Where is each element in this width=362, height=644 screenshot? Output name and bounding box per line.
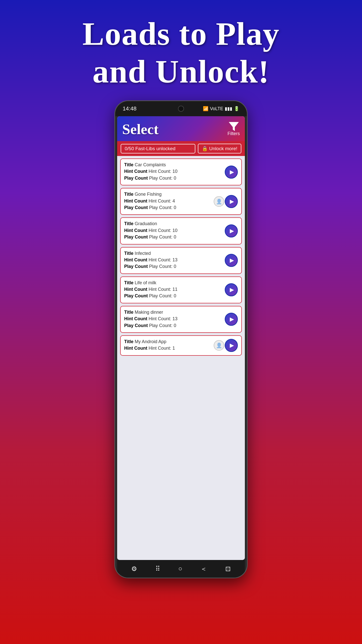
play-icon: ▶ — [230, 316, 234, 323]
menu-nav-icon[interactable]: ⊡ — [225, 565, 231, 573]
play-row: Play Count Play Count: 0 — [124, 323, 222, 329]
title-row: Title Making dinner — [124, 309, 222, 315]
list-item: Title Life of milk Hint Count Hint Count… — [120, 276, 242, 303]
play-row: Play Count Play Count: 0 — [124, 234, 222, 240]
play-row: Play Count Play Count: 0 — [124, 293, 222, 299]
filter-button[interactable]: Filters — [228, 122, 240, 136]
hint-label: Hint Count — [124, 316, 149, 321]
hint-row: Hint Count Hint Count: 10 — [124, 228, 222, 233]
title-label: Title — [124, 339, 135, 344]
hint-label: Hint Count — [124, 169, 149, 174]
list-item-content: Title My Android App Hint Count Hint Cou… — [124, 339, 222, 352]
user-created-badge: 👤 — [214, 196, 224, 207]
hint-row: Hint Count Hint Count: 1 — [124, 345, 222, 351]
unlock-bar: 0/50 Fast-Libs unlocked 🔒 Unlock more! — [117, 141, 245, 156]
play-button[interactable]: ▶ — [225, 224, 238, 237]
hint-label: Hint Count — [124, 287, 149, 292]
hint-value: Hint Count: 13 — [149, 257, 177, 262]
hint-value: Hint Count: 10 — [149, 228, 177, 233]
play-value: Play Count: 0 — [149, 234, 176, 239]
play-row: Play Count Play Count: 0 — [124, 264, 222, 269]
forward-nav-icon[interactable]: ＜ — [200, 565, 207, 573]
title-row: Title Graduation — [124, 221, 222, 227]
back-nav-icon[interactable]: ⚙ — [131, 565, 137, 573]
hint-label: Hint Count — [124, 198, 149, 204]
user-created-icon: 👤 — [214, 340, 224, 351]
list-item-content: Title Car Complaints Hint Count Hint Cou… — [124, 162, 222, 182]
title-value: Car Complaints — [135, 162, 166, 167]
list-item-content: Title Gone Fishing Hint Count Hint Count… — [124, 191, 222, 211]
hint-value: Hint Count: 1 — [149, 346, 175, 351]
phone-nav-bar: ⚙ ⠿ ○ ＜ ⊡ — [117, 560, 245, 578]
title-row: Title Life of milk — [124, 280, 222, 286]
title-label: Title — [124, 221, 135, 226]
play-button[interactable]: ▶ — [225, 254, 238, 267]
filter-label: Filters — [228, 131, 240, 136]
title-value: Gone Fishing — [135, 192, 162, 197]
play-row: Play Count Play Count: 0 — [124, 175, 222, 181]
play-value: Play Count: 0 — [149, 176, 176, 181]
list-item: Title Gone Fishing Hint Count Hint Count… — [120, 188, 242, 215]
unlock-more-button[interactable]: 🔒 Unlock more! — [198, 144, 241, 153]
play-button[interactable]: ▶ — [225, 339, 238, 352]
user-created-icon: 👤 — [214, 196, 224, 207]
home-nav-icon[interactable]: ⠿ — [155, 565, 160, 573]
title-row: Title Car Complaints — [124, 162, 222, 168]
hint-label: Hint Count — [124, 228, 149, 233]
play-label: Play Count — [124, 234, 149, 239]
status-bar: 14:48 📶 VoLTE ▮▮▮ 🔋 — [115, 101, 247, 116]
play-button[interactable]: ▶ — [225, 313, 238, 326]
hint-value: Hint Count: 4 — [149, 198, 175, 204]
hint-value: Hint Count: 13 — [149, 316, 177, 321]
svg-marker-0 — [229, 122, 239, 131]
filter-icon — [229, 122, 239, 131]
list-item: Title Infected Hint Count Hint Count: 13… — [120, 247, 242, 274]
play-value: Play Count: 0 — [149, 323, 176, 328]
list-item: Title Graduation Hint Count Hint Count: … — [120, 217, 242, 244]
play-icon: ▶ — [230, 287, 234, 293]
play-row: Play Count Play Count: 0 — [124, 205, 222, 211]
play-icon: ▶ — [230, 257, 234, 264]
play-icon: ▶ — [230, 198, 234, 205]
title-value: Making dinner — [135, 310, 163, 315]
play-button[interactable]: ▶ — [225, 195, 238, 208]
title-label: Title — [124, 280, 135, 285]
title-value: Infected — [135, 251, 151, 256]
play-button[interactable]: ▶ — [225, 283, 238, 296]
play-value: Play Count: 0 — [149, 293, 176, 298]
play-button[interactable]: ▶ — [225, 166, 238, 179]
list-item-content: Title Making dinner Hint Count Hint Coun… — [124, 309, 222, 329]
play-label: Play Count — [124, 264, 149, 269]
hint-row: Hint Count Hint Count: 11 — [124, 287, 222, 292]
list-container: Title Car Complaints Hint Count Hint Cou… — [117, 156, 245, 560]
title-value: My Android App — [135, 339, 166, 344]
hint-label: Hint Count — [124, 346, 149, 351]
phone-screen: Select Filters 0/50 Fast-Libs unlocked 🔒… — [117, 116, 245, 560]
play-label: Play Count — [124, 323, 149, 328]
title-value: Graduation — [135, 221, 157, 226]
hint-value: Hint Count: 10 — [149, 169, 177, 174]
hint-row: Hint Count Hint Count: 13 — [124, 316, 222, 322]
hero-title: Loads to Play and Unlock! — [82, 15, 280, 90]
app-title: Select — [122, 121, 159, 138]
title-row: Title Gone Fishing — [124, 191, 222, 197]
play-value: Play Count: 0 — [149, 205, 176, 210]
status-icons: 📶 VoLTE ▮▮▮ 🔋 — [203, 106, 239, 111]
title-label: Title — [124, 192, 135, 197]
title-row: Title Infected — [124, 251, 222, 256]
title-label: Title — [124, 310, 135, 315]
list-item-content: Title Infected Hint Count Hint Count: 13… — [124, 251, 222, 270]
play-icon: ▶ — [230, 169, 234, 175]
list-item-content: Title Life of milk Hint Count Hint Count… — [124, 280, 222, 300]
list-item: Title Making dinner Hint Count Hint Coun… — [120, 306, 242, 333]
list-item: Title My Android App Hint Count Hint Cou… — [120, 335, 242, 356]
phone-frame: 14:48 📶 VoLTE ▮▮▮ 🔋 Select Filters 0/50 … — [114, 100, 248, 578]
camera-notch — [178, 106, 184, 112]
play-value: Play Count: 0 — [149, 264, 176, 269]
status-time: 14:48 — [123, 105, 137, 112]
app-header: Select Filters — [117, 116, 245, 141]
play-label: Play Count — [124, 205, 149, 210]
hint-row: Hint Count Hint Count: 4 — [124, 198, 222, 204]
title-label: Title — [124, 251, 135, 256]
recents-nav-icon[interactable]: ○ — [178, 565, 182, 573]
